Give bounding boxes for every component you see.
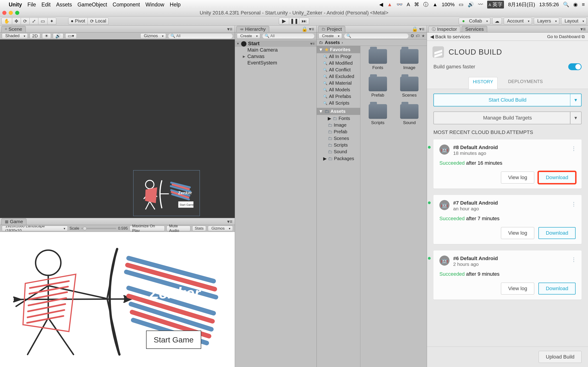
favorite-item[interactable]: 🔍All Scripts — [317, 100, 360, 106]
inspector-tab[interactable]: ⓘInspector — [428, 26, 460, 32]
folder-item[interactable]: Prefab — [363, 77, 392, 98]
favorite-item[interactable]: 🔍All Material — [317, 80, 360, 86]
history-tab[interactable]: HISTORY — [468, 77, 498, 89]
scene-selection[interactable]: Zenker Start Game — [133, 170, 200, 216]
menubar-appname[interactable]: Unity — [9, 2, 22, 8]
battery-icon[interactable]: ▭ — [459, 2, 464, 8]
build-menu-icon[interactable]: ⋮ — [571, 145, 577, 152]
local-toggle[interactable]: ⟳ Local — [87, 18, 109, 25]
scene-tab[interactable]: ⌗Scene — [1, 26, 26, 32]
project-create[interactable]: Create — [319, 33, 342, 39]
project-tab[interactable]: 🗀Project — [318, 26, 345, 32]
menu-assets[interactable]: Assets — [56, 2, 72, 8]
project-tab-menu[interactable]: 🔒 ▾≡ — [409, 26, 427, 32]
scene-search[interactable]: 🔍 All — [168, 33, 233, 39]
2d-toggle[interactable]: 2D — [30, 33, 40, 39]
menu-file[interactable]: File — [27, 2, 36, 8]
pause-button[interactable]: ❚❚ — [289, 18, 299, 25]
view-log-button[interactable]: View log — [501, 227, 534, 239]
rotate-tool[interactable]: ⟳ — [21, 18, 29, 25]
hierarchy-scene-root[interactable]: ▼⬤Start▾≡ — [235, 40, 317, 47]
collab-dropdown[interactable]: ●Collab — [459, 18, 490, 25]
asset-folder[interactable]: 🗀Sound — [317, 148, 360, 155]
folder-item[interactable]: Fonts — [363, 49, 392, 70]
folder-item[interactable]: Scripts — [363, 104, 392, 125]
services-tab-menu[interactable]: ▾≡ — [578, 26, 588, 32]
game-tab[interactable]: ▦Game — [1, 218, 26, 225]
play-button[interactable]: ▶ — [279, 18, 289, 25]
info-icon[interactable]: ⓘ — [423, 1, 428, 8]
game-resolution-dropdown[interactable]: 1920x1080 Landscape (1920x10 — [2, 226, 68, 231]
game-gizmos[interactable]: Gizmos — [208, 226, 233, 231]
layout-dropdown[interactable]: Layout — [561, 18, 587, 25]
asset-folder[interactable]: 🗀Prefab — [317, 128, 360, 135]
folder-item[interactable]: Sound — [395, 104, 424, 125]
upload-build-button[interactable]: Upload Build — [539, 351, 582, 363]
favorite-item[interactable]: 🔍All Models — [317, 86, 360, 93]
go-to-dashboard[interactable]: Go to Dashboard ⧉ — [547, 34, 585, 39]
start-cloud-build-button[interactable]: Start Cloud Build▾ — [433, 94, 582, 106]
audio-toggle[interactable]: 🔊 — [53, 33, 63, 39]
fx-toggle[interactable]: ▭▾ — [65, 33, 77, 39]
volume-icon[interactable]: 🔊 — [468, 2, 474, 8]
asset-folder[interactable]: 🗀Scenes — [317, 135, 360, 142]
spotlight-icon[interactable]: 🔍 — [563, 2, 569, 8]
hierarchy-tab[interactable]: ≔Hierarchy — [236, 26, 269, 32]
star-icon[interactable]: ★ — [422, 33, 425, 38]
download-button[interactable]: Download — [538, 227, 576, 239]
stats[interactable]: Stats — [192, 226, 206, 231]
hierarchy-item[interactable]: EventSystem — [235, 60, 317, 66]
manage-build-targets-button[interactable]: Manage Build Targets▾ — [433, 111, 582, 124]
pivot-toggle[interactable]: ● Pivot — [68, 18, 87, 25]
rect-tool[interactable]: ▭ — [38, 18, 47, 25]
project-search[interactable]: 🔍 — [344, 33, 409, 39]
unity-status-icon[interactable]: ◀ — [379, 2, 383, 8]
asset-folder[interactable]: 🗀Image — [317, 122, 360, 128]
hand-tool[interactable]: ✋ — [1, 18, 12, 25]
move-tool[interactable]: ✥ — [12, 18, 21, 25]
scene-tab-menu[interactable]: ▾≡ — [225, 26, 235, 32]
step-button[interactable]: ⏭ — [299, 18, 309, 25]
cloud-button[interactable]: ☁ — [492, 18, 502, 25]
ime-indicator[interactable]: A 英字 — [487, 1, 504, 8]
favorites-header[interactable]: ▼★Favorites — [317, 46, 360, 53]
menu-extra-icon[interactable]: ≡ — [582, 2, 585, 8]
transform-tool[interactable]: ✦ — [47, 18, 56, 25]
filter-icon[interactable]: ✪ — [411, 33, 414, 38]
project-breadcrumb[interactable]: 🗀Assets› — [317, 40, 427, 46]
menu-window[interactable]: Window — [145, 2, 164, 8]
game-view[interactable]: Zenker Start Game — [0, 232, 235, 367]
menu-gameobject[interactable]: GameObject — [78, 2, 107, 8]
assets-header[interactable]: ▼🗀Assets — [317, 108, 360, 115]
gizmos-dropdown[interactable]: Gizmos — [140, 33, 166, 39]
favorite-item[interactable]: 🔍All Prefabs — [317, 93, 360, 100]
folder-item[interactable]: Scenes — [395, 77, 424, 98]
hierarchy-item[interactable]: Main Camera — [235, 47, 317, 53]
maximize-on-play[interactable]: Maximize On Play — [130, 226, 165, 231]
favorite-item[interactable]: 🔍All Excluded — [317, 73, 360, 80]
activity-icon[interactable]: 〰 — [478, 2, 483, 8]
account-dropdown[interactable]: Account — [504, 18, 532, 25]
build-menu-icon[interactable]: ⋮ — [571, 201, 577, 207]
glasses-icon[interactable]: 👓 — [397, 2, 403, 8]
warning-icon[interactable]: ▲ — [387, 2, 392, 8]
draw-mode-dropdown[interactable]: Shaded — [2, 33, 28, 39]
mute-audio[interactable]: Mute Audio — [166, 226, 190, 231]
favorite-item[interactable]: 🔍All Conflict — [317, 67, 360, 73]
favorite-item[interactable]: 🔍All In Progr — [317, 53, 360, 60]
traffic-lights[interactable] — [2, 11, 19, 15]
layers-dropdown[interactable]: Layers — [534, 18, 559, 25]
scene-viewport[interactable]: Zenker Start Game — [0, 40, 235, 218]
download-button[interactable]: Download — [538, 172, 576, 184]
packages-folder[interactable]: ▶🗀Packages — [317, 155, 360, 162]
a-box-icon[interactable]: A — [407, 2, 410, 8]
build-menu-icon[interactable]: ⋮ — [571, 257, 577, 263]
command-icon[interactable]: ⌘ — [414, 2, 419, 8]
folder-item[interactable]: Image — [395, 49, 424, 70]
menu-component[interactable]: Component — [112, 2, 140, 8]
view-log-button[interactable]: View log — [501, 283, 534, 294]
hierarchy-search[interactable]: 🔍 All — [262, 33, 315, 39]
start-game-button[interactable]: Start Game — [146, 331, 201, 349]
view-log-button[interactable]: View log — [501, 172, 534, 184]
hierarchy-tab-menu[interactable]: 🔒 ▾≡ — [299, 26, 317, 32]
